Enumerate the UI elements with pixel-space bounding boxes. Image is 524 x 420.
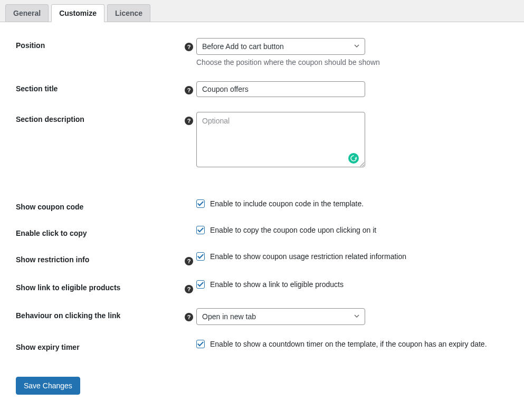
label-section-description: Section description [16, 112, 185, 123]
tab-bar: General Customize Licence [0, 0, 524, 22]
help-icon[interactable]: ? [185, 313, 193, 321]
show-restriction-desc: Enable to show coupon usage restriction … [210, 252, 406, 261]
help-icon[interactable]: ? [185, 257, 193, 265]
row-show-coupon-code: Show coupon code Enable to include coupo… [16, 199, 508, 211]
row-show-restriction: Show restriction info ? Enable to show c… [16, 252, 508, 265]
position-select[interactable]: Before Add to cart button [196, 38, 365, 55]
help-icon[interactable]: ? [185, 43, 193, 51]
show-coupon-code-desc: Enable to include coupon code in the tem… [210, 199, 364, 208]
tab-general[interactable]: General [5, 4, 49, 22]
help-icon[interactable]: ? [185, 86, 193, 94]
show-expiry-checkbox[interactable] [196, 340, 205, 348]
help-icon[interactable]: ? [185, 285, 193, 293]
label-section-title: Section title [16, 81, 185, 93]
show-link-eligible-desc: Enable to show a link to eligible produc… [210, 280, 344, 289]
enable-click-copy-desc: Enable to copy the coupon code upon clic… [210, 226, 376, 234]
label-behaviour-link: Behaviour on clicking the link [16, 308, 185, 320]
label-enable-click-copy: Enable click to copy [16, 226, 185, 237]
row-show-link-eligible: Show link to eligible products ? Enable … [16, 280, 508, 293]
section-title-input[interactable] [196, 81, 365, 97]
row-show-expiry: Show expiry timer Enable to show a count… [16, 340, 508, 351]
help-icon[interactable]: ? [185, 117, 193, 125]
label-position: Position [16, 38, 185, 50]
label-show-restriction: Show restriction info [16, 252, 185, 264]
row-section-description: Section description ? [16, 112, 508, 169]
enable-click-copy-checkbox[interactable] [196, 226, 205, 234]
behaviour-link-select[interactable]: Open in new tab [196, 308, 365, 325]
show-link-eligible-checkbox[interactable] [196, 280, 205, 289]
position-help-text: Choose the position where the coupon sho… [196, 58, 508, 66]
show-restriction-checkbox[interactable] [196, 252, 205, 261]
section-description-textarea[interactable] [196, 112, 365, 167]
content: Position ? Before Add to cart button Cho… [0, 22, 524, 411]
row-section-title: Section title ? [16, 81, 508, 97]
show-expiry-desc: Enable to show a countdown timer on the … [210, 340, 487, 348]
row-behaviour-link: Behaviour on clicking the link ? Open in… [16, 308, 508, 325]
save-changes-button[interactable]: Save Changes [16, 377, 80, 395]
label-show-link-eligible: Show link to eligible products [16, 280, 185, 292]
label-show-coupon-code: Show coupon code [16, 199, 185, 211]
tab-customize[interactable]: Customize [51, 4, 104, 22]
show-coupon-code-checkbox[interactable] [196, 199, 205, 208]
row-position: Position ? Before Add to cart button Cho… [16, 38, 508, 66]
label-show-expiry: Show expiry timer [16, 340, 185, 351]
row-enable-click-copy: Enable click to copy Enable to copy the … [16, 226, 508, 237]
tab-licence[interactable]: Licence [107, 4, 150, 22]
